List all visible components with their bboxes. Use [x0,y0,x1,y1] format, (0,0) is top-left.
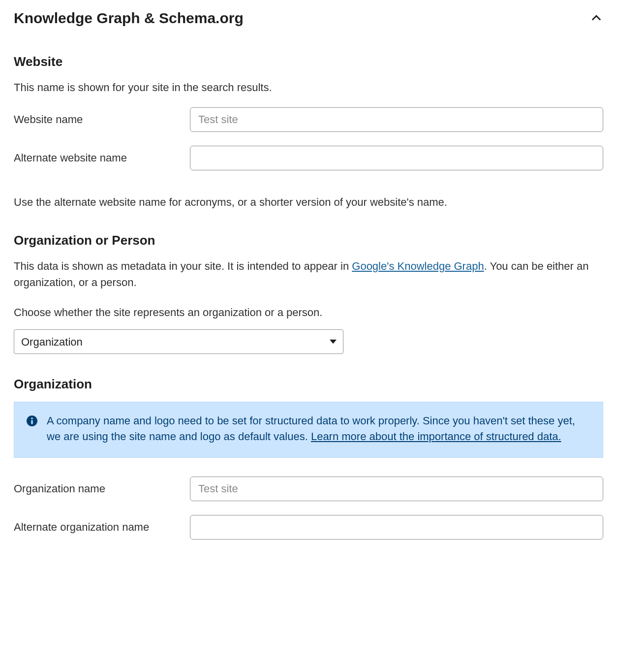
org-person-desc-text-before: This data is shown as metadata in your s… [14,260,352,272]
alt-website-desc: Use the alternate website name for acron… [14,194,603,210]
info-icon [26,415,38,427]
choose-desc: Choose whether the site represents an or… [14,304,603,320]
organization-heading: Organization [14,377,603,392]
knowledge-graph-link[interactable]: Google's Knowledge Graph [352,260,484,272]
organization-name-label: Organization name [14,482,178,495]
alert-text: A company name and logo need to be set f… [47,413,591,445]
panel-header[interactable]: Knowledge Graph & Schema.org [14,10,603,27]
website-desc: This name is shown for your site in the … [14,79,603,96]
alt-website-name-input[interactable] [190,146,603,170]
website-name-label: Website name [14,113,178,126]
alt-organization-name-label: Alternate organization name [14,521,178,534]
alt-organization-name-input[interactable] [190,515,603,540]
org-person-desc: This data is shown as metadata in your s… [14,258,603,290]
org-person-select-wrap: Organization [14,329,343,354]
organization-info-alert: A company name and logo need to be set f… [14,402,603,458]
learn-more-structured-data-link[interactable]: Learn more about the importance of struc… [311,430,561,443]
alt-website-name-label: Alternate website name [14,152,178,164]
panel-title: Knowledge Graph & Schema.org [14,10,244,27]
website-name-input[interactable] [190,107,603,132]
alt-website-name-row: Alternate website name [14,146,603,170]
chevron-up-icon [589,11,603,25]
organization-name-row: Organization name [14,477,603,501]
website-name-row: Website name [14,107,603,132]
svg-point-1 [31,417,33,419]
svg-rect-2 [31,420,32,424]
organization-name-input[interactable] [190,477,603,501]
org-person-select[interactable]: Organization [14,329,343,354]
org-person-heading: Organization or Person [14,233,603,248]
alt-organization-name-row: Alternate organization name [14,515,603,540]
website-heading: Website [14,54,603,69]
